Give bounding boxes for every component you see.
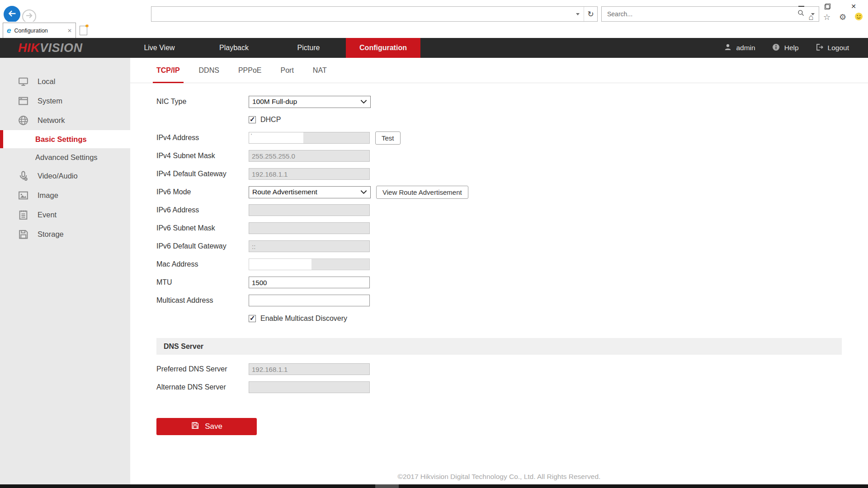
ipv6-subnet-field	[249, 222, 370, 234]
sidebar-item-label: Local	[38, 77, 55, 86]
mac-address-label: Mac Address	[156, 260, 249, 268]
restore-button[interactable]	[821, 1, 834, 11]
image-icon	[17, 189, 29, 202]
sidebar-item-image[interactable]: Image	[0, 186, 130, 205]
favorites-button[interactable]: ☆	[822, 12, 832, 22]
logout-button[interactable]: Logout	[815, 43, 849, 53]
ipv4-subnet-label: IPv4 Subnet Mask	[156, 152, 249, 160]
tab-close-icon[interactable]: ✕	[67, 28, 72, 34]
multicast-discovery-label: Enable Multicast Discovery	[260, 314, 347, 323]
refresh-button[interactable]: ↻	[584, 7, 597, 21]
save-button[interactable]: Save	[156, 418, 257, 435]
sidebar-item-basic-settings[interactable]: Basic Settings	[0, 130, 130, 148]
settings-gear-icon: ⚙	[839, 13, 846, 21]
dns-section-title: DNS Server	[164, 343, 203, 351]
ipv4-address-label: IPv4 Address	[156, 134, 249, 142]
multicast-address-field[interactable]	[249, 295, 370, 306]
chevron-down-icon	[360, 98, 367, 106]
dhcp-checkbox[interactable]	[249, 116, 256, 123]
mtu-label: MTU	[156, 278, 249, 286]
help-button[interactable]: Help	[772, 43, 799, 53]
settings-button[interactable]: ⚙	[838, 12, 848, 22]
sidebar-item-network[interactable]: Network	[0, 111, 130, 130]
nav-item-live-view[interactable]: Live View	[122, 38, 197, 58]
sidebar-item-label: Event	[38, 211, 57, 219]
nav-item-playback[interactable]: Playback	[197, 38, 271, 58]
nav-item-picture[interactable]: Picture	[271, 38, 346, 58]
sidebar-item-label: Storage	[38, 230, 64, 239]
dhcp-label: DHCP	[260, 116, 281, 124]
logo-vision: VISION	[40, 41, 83, 55]
sidebar-item-label: Network	[38, 116, 65, 125]
ipv4-gateway-label: IPv4 Default Gateway	[156, 170, 249, 178]
user-indicator: admin	[724, 43, 755, 53]
sidebar-item-label: Image	[38, 191, 58, 200]
nic-type-label: NIC Type	[156, 98, 249, 106]
tab-tcpip[interactable]: TCP/IP	[156, 58, 180, 83]
browser-back-button[interactable]	[4, 6, 20, 23]
app-navbar: HIKVISION Live View Playback Picture Con…	[0, 38, 868, 58]
view-route-advertisement-button[interactable]: View Route Advertisement	[376, 186, 468, 199]
ipv6-mode-value: Route Advertisement	[252, 188, 317, 196]
ipv6-address-label: IPv6 Address	[156, 206, 249, 214]
ipv6-mode-select[interactable]: Route Advertisement	[249, 186, 371, 198]
tab-port[interactable]: Port	[281, 58, 294, 83]
sidebar-item-label: System	[38, 97, 62, 105]
ipv6-address-field	[249, 204, 370, 216]
copyright-footer: ©2017 Hikvision Digital Technology Co., …	[130, 473, 868, 481]
feedback-button[interactable]	[854, 12, 863, 22]
sidebar-item-event[interactable]: Event	[0, 205, 130, 225]
alternate-dns-field	[249, 381, 370, 393]
home-button[interactable]: ⌂	[806, 12, 816, 22]
ie-page-icon: e	[7, 27, 11, 34]
save-label: Save	[205, 422, 222, 431]
sidebar-item-label: Advanced Settings	[35, 153, 98, 162]
ipv6-gateway-label: IPv6 Default Gateway	[156, 242, 249, 250]
logo-hik: HIK	[18, 41, 40, 55]
sidebar-item-system[interactable]: System	[0, 91, 130, 111]
tab-pppoe[interactable]: PPPoE	[238, 58, 262, 83]
url-dropdown-button[interactable]	[572, 7, 584, 21]
logout-icon	[815, 43, 824, 53]
nav-item-configuration[interactable]: Configuration	[346, 38, 420, 58]
nic-type-value: 100M Full-dup	[252, 98, 297, 106]
tab-bar: e Configuration ✕	[0, 22, 868, 38]
tab-ddns[interactable]: DDNS	[199, 58, 219, 83]
mtu-field[interactable]	[249, 277, 370, 288]
monitor-icon	[17, 75, 29, 88]
microphone-icon	[17, 170, 29, 182]
help-info-icon	[772, 43, 780, 53]
tcpip-form: NIC Type 100M Full-dup DHCP IPv4 Address…	[130, 83, 868, 435]
hikvision-logo: HIKVISION	[18, 38, 83, 58]
new-tab-button[interactable]	[80, 26, 87, 35]
system-window-icon	[17, 95, 29, 107]
sidebar-item-label: Basic Settings	[35, 135, 87, 144]
nic-type-select[interactable]: 100M Full-dup	[249, 96, 371, 108]
back-icon	[8, 9, 17, 20]
favorites-star-icon: ☆	[823, 13, 830, 21]
ipv4-address-field[interactable]	[249, 132, 370, 144]
storage-floppy-icon	[17, 228, 29, 240]
chevron-down-icon	[576, 13, 580, 15]
search-input[interactable]	[602, 7, 795, 21]
user-name: admin	[736, 44, 755, 52]
close-button[interactable]: ✕	[847, 1, 860, 11]
smiley-feedback-icon	[854, 12, 863, 22]
help-label: Help	[784, 44, 799, 52]
sidebar-item-advanced-settings[interactable]: Advanced Settings	[0, 148, 130, 166]
save-floppy-icon	[191, 421, 199, 432]
ipv4-gateway-field	[249, 168, 370, 180]
bottom-edge-bar	[0, 484, 868, 488]
sidebar-item-storage[interactable]: Storage	[0, 225, 130, 244]
sidebar-item-local[interactable]: Local	[0, 72, 130, 91]
multicast-discovery-checkbox[interactable]	[249, 315, 256, 322]
url-input[interactable]	[151, 7, 572, 21]
minimize-button[interactable]	[795, 1, 807, 11]
browser-tab-configuration[interactable]: e Configuration ✕	[3, 23, 76, 38]
browser-chrome: ↻ ✕ ⌂ ☆ ⚙ e Configuration	[0, 0, 868, 38]
alternate-dns-label: Alternate DNS Server	[156, 383, 249, 391]
test-button[interactable]: Test	[375, 131, 401, 145]
sidebar-item-video-audio[interactable]: Video/Audio	[0, 166, 130, 186]
tab-nat[interactable]: NAT	[313, 58, 327, 83]
sidebar-item-label: Video/Audio	[38, 172, 78, 180]
